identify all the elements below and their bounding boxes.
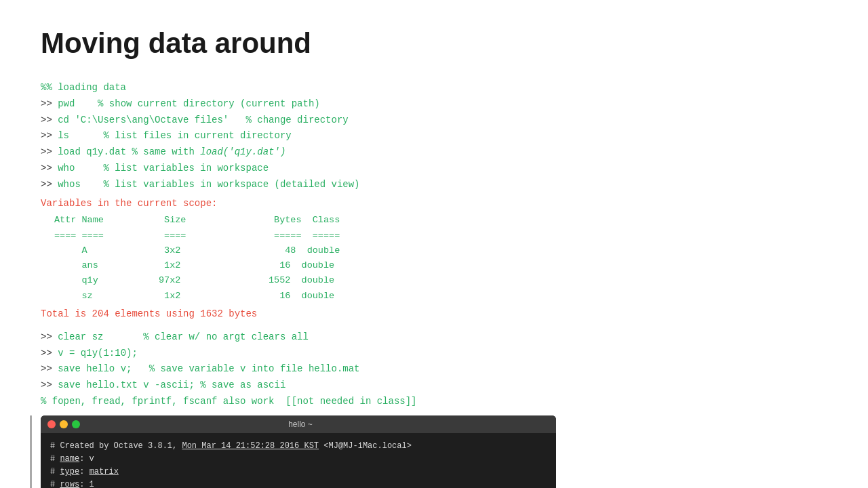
comment-ls: % list files in current directory bbox=[69, 130, 292, 141]
cmd-pwd: pwd bbox=[58, 98, 75, 109]
prompt: >> bbox=[41, 130, 58, 141]
table-separator: ==== ==== ==== ===== ===== bbox=[54, 228, 827, 243]
cmd-cd: cd 'C:\Users\ang\Octave files' bbox=[58, 115, 229, 125]
line-pwd: >> pwd % show current directory (current… bbox=[41, 96, 827, 113]
prompt: >> bbox=[41, 179, 58, 190]
comment-pwd: % show current directory (current path) bbox=[75, 98, 319, 109]
prompt: >> bbox=[41, 380, 58, 390]
cmd-ls: ls bbox=[58, 130, 69, 141]
line-ls: >> ls % list files in current directory bbox=[41, 128, 827, 144]
prompt: >> bbox=[41, 363, 58, 374]
terminal-matrix-label: matrix bbox=[90, 467, 119, 476]
line-cd: >> cd 'C:\Users\ang\Octave files' % chan… bbox=[41, 113, 827, 129]
maximize-dot[interactable] bbox=[72, 420, 80, 428]
comment-cd: % change directory bbox=[229, 115, 348, 125]
prompt: >> bbox=[41, 146, 58, 157]
line-v-assign: >> v = q1y(1:10); bbox=[41, 346, 827, 362]
terminal-titlebar: hello ~ bbox=[41, 415, 556, 433]
table-header: Attr Name Size Bytes Class bbox=[54, 213, 827, 228]
line-who: >> who % list variables in workspace bbox=[41, 161, 827, 177]
line-clear: >> clear sz % clear w/ no argt clears al… bbox=[41, 329, 827, 346]
cmd-load: load q1y.dat bbox=[58, 146, 126, 157]
terminal-line-1: # Created by Octave 3.8.1, Mon Mar 14 21… bbox=[50, 440, 547, 453]
terminal-line-4: # rows: 1 bbox=[50, 479, 547, 488]
comment-load: % same with load('q1y.dat') bbox=[126, 146, 285, 157]
terminal-line-2: # name: v bbox=[50, 453, 547, 466]
comment-whos: % list variables in workspace (detailed … bbox=[81, 179, 360, 190]
total-line: Total is 204 elements using 1632 bytes bbox=[41, 306, 827, 323]
line-save1: >> save hello v; % save variable v into … bbox=[41, 361, 827, 378]
table-row: sz 1x2 16 double bbox=[54, 289, 827, 304]
terminal-title: hello ~ bbox=[84, 420, 517, 429]
cmd-v-assign: v = q1y(1:10); bbox=[58, 348, 138, 359]
prompt: >> bbox=[41, 115, 58, 125]
sidebar-marker bbox=[30, 415, 32, 488]
comment-save2: % save as ascii bbox=[195, 380, 285, 390]
comment-clear: % clear w/ no argt clears all bbox=[103, 331, 308, 342]
section-comment-text: %% loading data bbox=[41, 82, 126, 93]
section-comment: %% loading data bbox=[41, 80, 827, 96]
page-title: Moving data around bbox=[41, 27, 827, 60]
terminal-body: # Created by Octave 3.8.1, Mon Mar 14 21… bbox=[41, 433, 556, 488]
line-load: >> load q1y.dat % same with load('q1y.da… bbox=[41, 144, 827, 161]
comment-who: % list variables in workspace bbox=[75, 163, 269, 174]
table-row: q1y 97x2 1552 double bbox=[54, 273, 827, 288]
cmd-save2: save hello.txt v -ascii; bbox=[58, 380, 195, 390]
cmd-save1: save hello v; bbox=[58, 363, 132, 374]
variables-table: Attr Name Size Bytes Class ==== ==== ===… bbox=[41, 213, 827, 304]
page-container: Moving data around %% loading data >> pw… bbox=[0, 0, 868, 488]
terminal-window: hello ~ # Created by Octave 3.8.1, Mon M… bbox=[41, 415, 556, 488]
terminal-line-3: # type: matrix bbox=[50, 466, 547, 479]
minimize-dot[interactable] bbox=[60, 420, 68, 428]
scope-header: Variables in the current scope: bbox=[41, 196, 827, 212]
terminal-rows-label: rows bbox=[60, 480, 79, 488]
prompt: >> bbox=[41, 348, 58, 359]
terminal-type-label: type bbox=[60, 467, 79, 476]
line-fopen: % fopen, fread, fprintf, fscanf also wor… bbox=[41, 394, 827, 410]
prompt: >> bbox=[41, 163, 58, 174]
table-row: ans 1x2 16 double bbox=[54, 258, 827, 273]
prompt: >> bbox=[41, 331, 58, 342]
terminal-date: Mon Mar 14 21:52:28 2016 KST bbox=[182, 441, 319, 451]
comment-save1: % save variable v into file hello.mat bbox=[132, 363, 359, 374]
terminal-dots bbox=[47, 420, 80, 428]
cmd-who: who bbox=[58, 163, 75, 174]
table-row: A 3x2 48 double bbox=[54, 243, 827, 258]
code-area: %% loading data >> pwd % show current di… bbox=[41, 80, 827, 410]
line-whos: >> whos % list variables in workspace (d… bbox=[41, 177, 827, 193]
cmd-whos: whos bbox=[58, 179, 81, 190]
comment-fopen: % fopen, fread, fprintf, fscanf also wor… bbox=[41, 396, 417, 407]
line-save2: >> save hello.txt v -ascii; % save as as… bbox=[41, 378, 827, 394]
cmd-clear: clear sz bbox=[58, 331, 103, 342]
terminal-container: hello ~ # Created by Octave 3.8.1, Mon M… bbox=[41, 415, 827, 488]
prompt: >> bbox=[41, 98, 58, 109]
terminal-name-label: name bbox=[60, 454, 79, 464]
close-dot[interactable] bbox=[47, 420, 56, 428]
